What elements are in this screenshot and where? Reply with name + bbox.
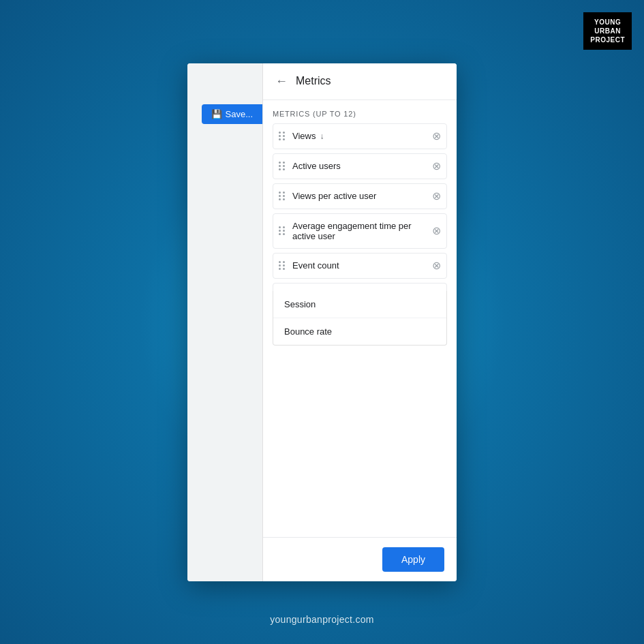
panel-header: ← Metrics	[263, 63, 457, 100]
remove-event-count-btn[interactable]: ⊗	[432, 260, 441, 271]
metrics-panel: ← Metrics METRICS (UP TO 12) Views ↓ ⊗	[262, 63, 457, 581]
dropdown-suggestions: Session Bounce rate	[273, 291, 447, 346]
remove-views-per-user-btn[interactable]: ⊗	[432, 191, 441, 202]
metric-item-key-events[interactable]: Key events ⊗	[273, 283, 447, 292]
drag-handle	[279, 261, 286, 270]
metric-name-active-users: Active users	[292, 161, 425, 171]
sort-icon: ↓	[320, 132, 324, 141]
remove-avg-engagement-btn[interactable]: ⊗	[432, 226, 441, 236]
metric-item-active-users[interactable]: Active users ⊗	[273, 153, 447, 179]
apply-button[interactable]: Apply	[382, 547, 444, 572]
metric-item-views-per-user[interactable]: Views per active user ⊗	[273, 183, 447, 209]
yup-logo: YOUNG URBAN PROJECT	[583, 12, 632, 50]
metric-name-avg-engagement: Average engagement time per active user	[292, 221, 425, 241]
remove-active-users-btn[interactable]: ⊗	[432, 161, 441, 172]
panel-title: Metrics	[296, 75, 331, 87]
drag-handle	[279, 191, 286, 200]
metric-name-event-count: Event count	[292, 260, 425, 271]
main-window: 💾 Save... ← Metrics METRICS (UP TO 12) V…	[187, 63, 457, 581]
drag-handle	[279, 132, 286, 140]
spacer	[263, 346, 457, 537]
drag-handle	[279, 162, 286, 170]
save-icon: 💾	[211, 109, 222, 119]
metric-item-views[interactable]: Views ↓ ⊗	[273, 123, 447, 149]
metric-item-avg-engagement[interactable]: Average engagement time per active user …	[273, 213, 447, 249]
metric-name-views-per-user: Views per active user	[292, 191, 425, 201]
footer-text: youngurbanproject.com	[270, 614, 374, 625]
metric-name-views: Views ↓	[292, 131, 425, 141]
back-button[interactable]: ←	[275, 74, 288, 89]
panel-footer: Apply	[263, 537, 457, 581]
remove-views-btn[interactable]: ⊗	[432, 131, 441, 142]
metrics-list-container: METRICS (UP TO 12) Views ↓ ⊗	[263, 100, 457, 292]
save-button[interactable]: 💾 Save...	[202, 104, 262, 124]
sidebar-panel: 💾 Save...	[187, 63, 262, 581]
suggestion-session[interactable]: Session	[273, 291, 446, 318]
metrics-section-label: METRICS (UP TO 12)	[273, 100, 447, 123]
metric-item-event-count[interactable]: Event count ⊗	[273, 253, 447, 279]
suggestion-bounce-rate[interactable]: Bounce rate	[273, 318, 446, 345]
drag-handle	[279, 226, 286, 235]
